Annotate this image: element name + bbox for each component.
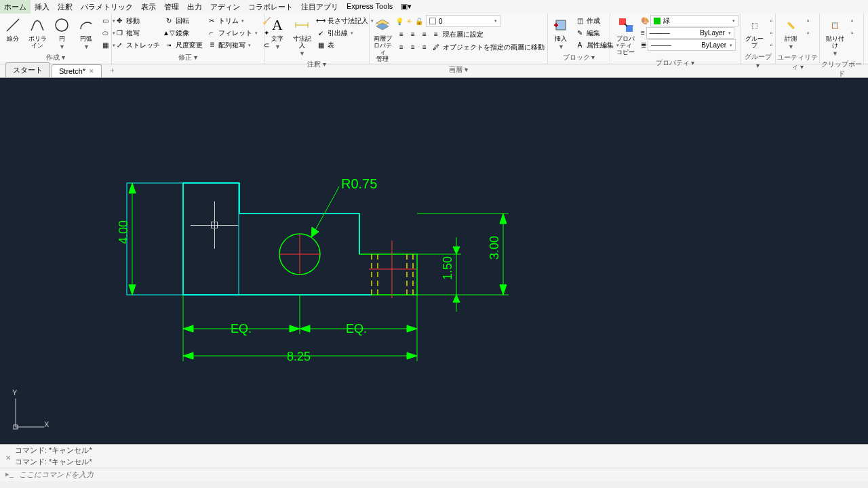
linetype-dropdown[interactable]: ———ByLayer▾ bbox=[648, 39, 736, 51]
layer-sun-icon[interactable]: ☀ bbox=[406, 18, 412, 25]
u1[interactable]: ▫ bbox=[806, 15, 811, 26]
menu-insert[interactable]: 挿入 bbox=[31, 0, 54, 14]
svg-marker-30 bbox=[500, 214, 507, 224]
menu-manage[interactable]: 管理 bbox=[160, 0, 183, 14]
g2[interactable]: ▫ bbox=[768, 27, 774, 39]
paste-icon: 📋 bbox=[825, 16, 844, 35]
lineweight-icon[interactable]: ≡ bbox=[641, 29, 645, 37]
svg-marker-31 bbox=[500, 285, 507, 295]
menu-extra-icon[interactable]: ▣▾ bbox=[397, 0, 416, 14]
ribbon: 線分 ポリライン 円▼ 円弧▼ ▭▾ ⬭▾ ▦▾ 作成 ▾ ✥移動 ❐複写 ⤢ス… bbox=[0, 14, 868, 64]
mirror-icon: ▲▽ bbox=[164, 28, 174, 38]
line-button[interactable]: 線分 bbox=[1, 15, 24, 52]
g3[interactable]: ▫ bbox=[768, 39, 774, 51]
dim-eq2: EQ. bbox=[346, 322, 367, 336]
command-window: ✕ コマンド: *キャンセル* コマンド: *キャンセル* ▸_ bbox=[0, 444, 868, 481]
array-button[interactable]: ⠿配列複写▾ bbox=[205, 39, 259, 51]
menu-express[interactable]: Express Tools bbox=[342, 0, 397, 14]
leader-button[interactable]: ↙引出線▾ bbox=[315, 27, 375, 39]
move-button[interactable]: ✥移動 bbox=[113, 15, 161, 26]
color-dropdown[interactable]: 緑▾ bbox=[650, 15, 738, 26]
matchprops-button[interactable]: プロパティ コピー bbox=[612, 15, 639, 57]
move-icon: ✥ bbox=[115, 16, 124, 26]
layer-bulb-icon[interactable]: 💡 bbox=[395, 18, 403, 25]
ucs-icon: Y X bbox=[10, 392, 51, 434]
matchprops-icon bbox=[616, 16, 635, 35]
svg-marker-46 bbox=[407, 325, 417, 332]
svg-marker-43 bbox=[183, 325, 193, 332]
menu-view[interactable]: 表示 bbox=[137, 0, 160, 14]
group-icon: ⬚ bbox=[745, 16, 764, 35]
text-button[interactable]: A文字▼ bbox=[266, 15, 289, 58]
menu-param[interactable]: パラメトリック bbox=[77, 0, 137, 14]
layerprops-button[interactable]: 画層プロパティ 管理 bbox=[371, 15, 394, 64]
svg-marker-45 bbox=[300, 325, 310, 332]
color-wheel-icon[interactable]: 🎨 bbox=[641, 17, 649, 24]
svg-marker-26 bbox=[129, 285, 136, 295]
menu-annot[interactable]: 注釈 bbox=[54, 0, 77, 14]
dimlinear-button[interactable]: ⟷長さ寸法記入▾ bbox=[315, 15, 375, 26]
trim-icon: ✂ bbox=[207, 16, 216, 26]
layer-match-button[interactable]: ≡≡≡🖉オブジェクトを指定の画層に移動 bbox=[395, 41, 546, 53]
layer-lock-icon[interactable]: 🔓 bbox=[415, 18, 423, 25]
tab-stretch[interactable]: Stretch*✕ bbox=[52, 64, 102, 77]
paste-button[interactable]: 📋貼り付け▼ bbox=[821, 15, 848, 58]
svg-line-0 bbox=[7, 19, 19, 31]
drawing-canvas[interactable]: 4.00 3.00 1.50 8.25 bbox=[0, 78, 868, 444]
table-button[interactable]: ▦表 bbox=[315, 39, 375, 51]
cmd-history-2: コマンド: *キャンセル* bbox=[0, 456, 868, 468]
trim-button[interactable]: ✂トリム▾ bbox=[205, 15, 259, 26]
u2[interactable]: ▫ bbox=[806, 27, 811, 39]
array-icon: ⠿ bbox=[207, 41, 216, 50]
svg-marker-49 bbox=[311, 227, 319, 237]
dim-eq1: EQ. bbox=[231, 322, 252, 336]
fillet-button[interactable]: ⌐フィレット▾ bbox=[205, 27, 259, 39]
line-icon bbox=[3, 16, 22, 35]
tab-start[interactable]: スタート bbox=[5, 62, 50, 77]
svg-marker-34 bbox=[453, 247, 460, 254]
new-tab-button[interactable]: ＋ bbox=[103, 63, 121, 77]
menu-bar: ホーム 挿入 注釈 パラメトリック 表示 管理 出力 アディン コラボレート 注… bbox=[0, 0, 868, 14]
group-button[interactable]: ⬚グループ bbox=[742, 15, 767, 51]
svg-marker-35 bbox=[453, 295, 460, 302]
svg-point-1 bbox=[56, 19, 68, 31]
stretch-button[interactable]: ⤢ストレッチ bbox=[113, 39, 161, 51]
menu-featured[interactable]: 注目アプリ bbox=[297, 0, 342, 14]
measure-button[interactable]: 📏計測▼ bbox=[777, 15, 804, 52]
circle-button[interactable]: 円▼ bbox=[50, 15, 73, 52]
scale-button[interactable]: ▫▪尺度変更 bbox=[163, 39, 204, 51]
lineweight-dropdown[interactable]: ———ByLayer▾ bbox=[646, 27, 734, 39]
layer-btn1[interactable]: ≡≡≡≡現在層に設定 bbox=[395, 28, 546, 40]
menu-output[interactable]: 出力 bbox=[183, 0, 206, 14]
circle-icon bbox=[52, 16, 71, 35]
polyline-button[interactable]: ポリライン bbox=[26, 15, 49, 52]
close-icon[interactable]: ✕ bbox=[89, 68, 94, 75]
insert-button[interactable]: 挿入▼ bbox=[549, 15, 572, 52]
dim-button[interactable]: 寸法記入▼ bbox=[290, 15, 313, 58]
c1[interactable]: ▫ bbox=[850, 15, 855, 26]
copy-button[interactable]: ❐複写 bbox=[113, 27, 161, 39]
layer-dropdown[interactable]: 0▾ bbox=[426, 15, 500, 27]
dim-icon bbox=[292, 16, 311, 35]
menu-collab[interactable]: コラボレート bbox=[244, 0, 297, 14]
cmd-history-1: コマンド: *キャンセル* bbox=[0, 445, 868, 456]
menu-addin[interactable]: アディン bbox=[206, 0, 244, 14]
polyline-icon bbox=[28, 16, 47, 35]
text-icon: A bbox=[268, 16, 287, 35]
command-input[interactable] bbox=[19, 470, 863, 479]
svg-marker-44 bbox=[290, 325, 300, 332]
g1[interactable]: ▫ bbox=[768, 15, 774, 26]
arc-button[interactable]: 円弧▼ bbox=[75, 15, 98, 52]
rotate-button[interactable]: ↻回転 bbox=[163, 15, 204, 26]
cmd-close-icon[interactable]: ✕ bbox=[5, 454, 11, 462]
dim-825: 8.25 bbox=[287, 350, 311, 363]
mirror-button[interactable]: ▲▽鏡像 bbox=[163, 27, 204, 39]
menu-home[interactable]: ホーム bbox=[0, 0, 31, 14]
panel-clip-label: クリップボード bbox=[821, 58, 862, 80]
panel-util-label: ユーティリティ ▾ bbox=[777, 52, 818, 73]
c2[interactable]: ▫ bbox=[850, 27, 855, 39]
linetype-icon[interactable]: ≣ bbox=[641, 41, 646, 49]
leader-icon: ↙ bbox=[316, 28, 326, 38]
insert-icon bbox=[551, 16, 570, 35]
panel-block-label: ブロック ▾ bbox=[549, 52, 608, 64]
